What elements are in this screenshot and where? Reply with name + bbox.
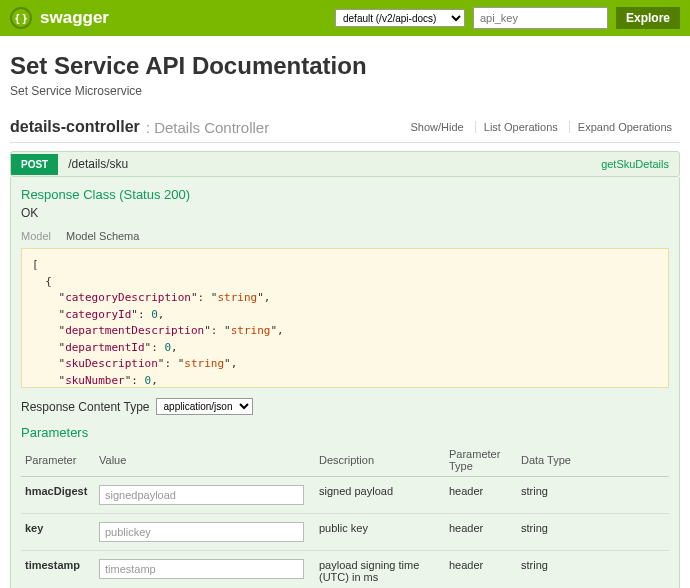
param-value-input[interactable] <box>99 485 304 505</box>
th-description: Description <box>315 444 445 477</box>
param-desc: public key <box>315 514 445 551</box>
response-class-label: Response Class (Status 200) <box>21 187 669 202</box>
param-name: key <box>21 514 95 551</box>
th-value: Value <box>95 444 315 477</box>
param-value-input[interactable] <box>99 522 304 542</box>
th-parameter: Parameter <box>21 444 95 477</box>
param-type: header <box>445 551 517 589</box>
expand-operations-link[interactable]: Expand Operations <box>569 121 680 133</box>
schema-json-box[interactable]: [ { "categoryDescription": "string", "ca… <box>21 248 669 388</box>
param-desc: payload signing time (UTC) in ms <box>315 551 445 589</box>
page-subtitle: Set Service Microservice <box>10 84 680 98</box>
list-operations-link[interactable]: List Operations <box>475 121 566 133</box>
response-status: OK <box>21 206 669 220</box>
table-row: timestamp payload signing time (UTC) in … <box>21 551 669 589</box>
controller-desc: : Details Controller <box>146 119 403 136</box>
operation-id: getSkuDetails <box>601 158 679 170</box>
schema-tabs: Model Model Schema <box>21 230 669 242</box>
controller-name[interactable]: details-controller <box>10 118 140 136</box>
operation-body: Response Class (Status 200) OK Model Mod… <box>10 177 680 588</box>
swagger-logo-icon: { } <box>10 7 32 29</box>
operation-header[interactable]: POST /details/sku getSkuDetails <box>10 151 680 177</box>
param-name: timestamp <box>21 551 95 589</box>
parameters-table: Parameter Value Description Parameter Ty… <box>21 444 669 588</box>
content-type-label: Response Content Type <box>21 400 150 414</box>
logo-text: swagger <box>40 8 327 28</box>
operation-path: /details/sku <box>58 152 601 176</box>
parameters-title: Parameters <box>21 425 669 440</box>
th-data-type: Data Type <box>517 444 669 477</box>
param-type: header <box>445 477 517 514</box>
param-dtype: string <box>517 551 669 589</box>
param-desc: signed payload <box>315 477 445 514</box>
tab-model[interactable]: Model <box>21 230 51 242</box>
spec-select[interactable]: default (/v2/api-docs) <box>335 9 465 27</box>
controller-header: details-controller : Details Controller … <box>10 118 680 143</box>
param-type: header <box>445 514 517 551</box>
controller-actions: Show/Hide List Operations Expand Operati… <box>403 121 680 133</box>
th-param-type: Parameter Type <box>445 444 517 477</box>
table-row: key public key header string <box>21 514 669 551</box>
param-dtype: string <box>517 514 669 551</box>
param-dtype: string <box>517 477 669 514</box>
content-type-select[interactable]: application/json <box>156 398 253 415</box>
table-row: hmacDigest signed payload header string <box>21 477 669 514</box>
api-key-input[interactable] <box>473 7 608 29</box>
explore-button[interactable]: Explore <box>616 7 680 29</box>
param-value-input[interactable] <box>99 559 304 579</box>
show-hide-link[interactable]: Show/Hide <box>403 121 472 133</box>
param-name: hmacDigest <box>21 477 95 514</box>
http-method-badge: POST <box>11 154 58 175</box>
tab-model-schema[interactable]: Model Schema <box>66 230 139 242</box>
app-header: { } swagger default (/v2/api-docs) Explo… <box>0 0 690 36</box>
page-title: Set Service API Documentation <box>10 52 680 80</box>
